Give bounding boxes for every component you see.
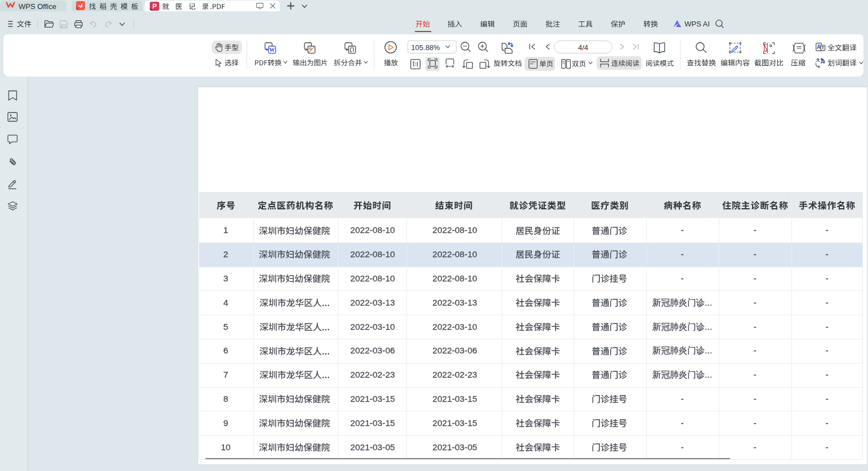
- svg-text:W: W: [269, 47, 275, 53]
- svg-text:A: A: [817, 44, 821, 50]
